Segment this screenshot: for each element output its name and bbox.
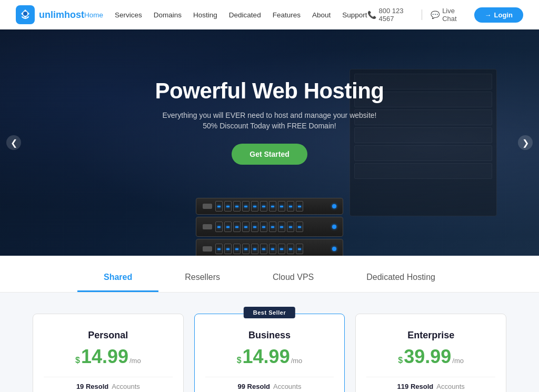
tab-dedicated-hosting[interactable]: Dedicated Hosting: [340, 264, 462, 292]
phone-icon: 📞: [367, 11, 376, 19]
server-led: [332, 247, 336, 251]
plan-divider: [205, 377, 334, 377]
login-button[interactable]: → Login: [474, 7, 523, 23]
logo-text: unlimhost: [39, 9, 84, 21]
server-drive: [251, 244, 258, 254]
logo-icon: [16, 5, 35, 24]
header: unlimhost Home Services Domains Hosting …: [0, 0, 539, 29]
plan-feature-accounts-business: 99 Resold Accounts: [205, 383, 334, 390]
server-drive: [215, 201, 223, 212]
server-drive: [260, 244, 267, 254]
hero-title: Powerful Web Hosting: [155, 78, 384, 104]
feature-label: Accounts: [273, 383, 301, 390]
hero-next-arrow[interactable]: ❯: [518, 135, 533, 150]
server-handle: [203, 204, 212, 209]
price-period-business: /mo: [291, 357, 303, 365]
phone-item: 📞 800 123 4567: [367, 7, 414, 23]
price-amount-personal: 14.99: [81, 347, 128, 366]
server-unit-3: [196, 239, 343, 256]
server-handle: [203, 246, 212, 252]
tab-resellers[interactable]: Resellers: [158, 264, 246, 292]
arrow-left-icon: ❮: [11, 138, 17, 148]
plan-divider: [44, 377, 173, 377]
plans-section: Personal $ 14.99 /mo 19 Resold Accounts …: [0, 293, 539, 392]
server-drives: [215, 201, 329, 212]
nav-features[interactable]: Features: [273, 11, 301, 19]
nav-support[interactable]: Support: [342, 11, 367, 19]
chat-icon: 💬: [431, 11, 440, 19]
server-drives: [215, 222, 329, 232]
server-drive: [215, 244, 223, 254]
plan-price-enterprise: $ 39.99 /mo: [366, 347, 495, 366]
price-period-personal: /mo: [129, 357, 141, 365]
nav-hosting[interactable]: Hosting: [193, 11, 217, 19]
hero-section: Powerful Web Hosting Everything you will…: [0, 29, 539, 256]
server-drive: [251, 201, 258, 212]
server-drive: [242, 222, 249, 232]
server-drive: [287, 222, 294, 232]
server-drives: [215, 244, 329, 254]
phone-number: 800 123 4567: [379, 7, 414, 23]
login-arrow-icon: →: [485, 11, 492, 19]
server-unit-2: [196, 217, 343, 237]
server-illustration: [196, 198, 343, 256]
server-led: [332, 204, 336, 208]
server-drive: [287, 244, 294, 254]
server-drive: [296, 222, 303, 232]
server-drive: [296, 244, 303, 254]
server-drive: [269, 244, 276, 254]
hero-content: Powerful Web Hosting Everything you will…: [155, 78, 384, 207]
get-started-button[interactable]: Get Started: [232, 144, 307, 165]
feature-label: Accounts: [112, 383, 139, 390]
plan-name-personal: Personal: [44, 330, 173, 341]
price-period-enterprise: /mo: [452, 357, 464, 365]
server-drive: [269, 201, 276, 212]
hosting-tabs-section: Shared Resellers Cloud VPS Dedicated Hos…: [0, 256, 539, 293]
nav-about[interactable]: About: [312, 11, 331, 19]
plan-card-enterprise: Enterprise $ 39.99 /mo 119 Resold Accoun…: [355, 314, 506, 392]
nav-home[interactable]: Home: [84, 11, 103, 19]
server-drive: [233, 222, 241, 232]
server-drive: [260, 222, 267, 232]
nav-dedicated[interactable]: Dedicated: [229, 11, 261, 19]
main-nav: Home Services Domains Hosting Dedicated …: [84, 11, 367, 19]
server-drive: [287, 201, 294, 212]
feature-label: Accounts: [436, 383, 464, 390]
plan-feature-accounts-personal: 19 Resold Accounts: [44, 383, 173, 390]
header-right: 📞 800 123 4567 💬 Live Chat → Login: [367, 7, 524, 23]
server-drive: [233, 244, 241, 254]
price-dollar-enterprise: $: [398, 356, 403, 365]
nav-domains[interactable]: Domains: [154, 11, 182, 19]
server-unit-1: [196, 198, 343, 215]
server-drive: [269, 222, 276, 232]
tab-shared[interactable]: Shared: [77, 264, 158, 292]
live-chat-label: Live Chat: [442, 7, 465, 23]
price-dollar-personal: $: [75, 356, 80, 365]
tab-cloud-vps[interactable]: Cloud VPS: [246, 264, 340, 292]
server-drive: [215, 222, 223, 232]
tabs-container: Shared Resellers Cloud VPS Dedicated Hos…: [0, 256, 539, 292]
hero-subtitle2: 50% Discount Today with FREE Domain!: [155, 122, 384, 130]
server-drive: [224, 201, 232, 212]
plan-name-business: Business: [205, 330, 334, 341]
plan-name-enterprise: Enterprise: [366, 330, 495, 341]
server-drive: [224, 244, 232, 254]
logo[interactable]: unlimhost: [16, 5, 84, 24]
server-drive: [260, 201, 267, 212]
live-chat-button[interactable]: 💬 Live Chat: [431, 7, 465, 23]
svg-point-1: [23, 12, 27, 16]
plan-price-personal: $ 14.99 /mo: [44, 347, 173, 366]
hero-prev-arrow[interactable]: ❮: [6, 135, 21, 150]
server-drive: [242, 244, 249, 254]
server-drive: [278, 244, 285, 254]
best-seller-badge: Best Seller: [244, 307, 295, 318]
plan-card-personal: Personal $ 14.99 /mo 19 Resold Accounts …: [33, 314, 184, 392]
nav-services[interactable]: Services: [115, 11, 142, 19]
plan-card-business: Best Seller Business $ 14.99 /mo 99 Reso…: [194, 314, 345, 392]
price-dollar-business: $: [237, 356, 242, 365]
price-amount-business: 14.99: [243, 347, 290, 366]
plans-grid: Personal $ 14.99 /mo 19 Resold Accounts …: [33, 314, 506, 392]
server-drive: [242, 201, 249, 212]
server-handle: [203, 224, 212, 229]
header-divider: [422, 9, 422, 20]
